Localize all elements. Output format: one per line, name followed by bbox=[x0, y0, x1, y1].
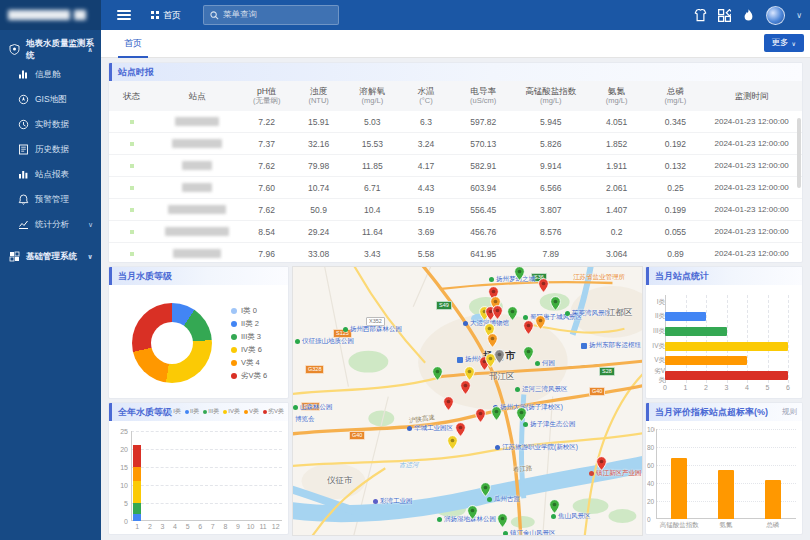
exceed-rate-card: 当月评价指标站点超标率(%) 规则 020406080100高锰酸盐指数氨氮总磷 bbox=[645, 402, 803, 535]
value-cell: 79.98 bbox=[293, 161, 345, 171]
legend-item[interactable]: III类 bbox=[203, 407, 219, 416]
station-name-cell bbox=[154, 139, 241, 148]
month-level-card: 当月水质等级 I类 0II类 2III类 3IV类 6V类 4劣V类 6 bbox=[108, 266, 289, 399]
category-label: I类 bbox=[648, 298, 665, 307]
map-marker-pin[interactable] bbox=[494, 349, 505, 364]
hamburger-menu-icon[interactable] bbox=[117, 10, 131, 20]
road-shield-G328: G328 bbox=[305, 365, 324, 374]
value-cell: 6.3 bbox=[400, 117, 452, 127]
time-cell: 2024-01-23 12:00:00 bbox=[705, 139, 799, 148]
map-marker-pin[interactable] bbox=[538, 278, 549, 293]
table-row[interactable]: 7.6279.9811.854.17582.919.9141.9110.1322… bbox=[109, 155, 802, 177]
map-marker-pin[interactable] bbox=[523, 320, 534, 335]
map-marker-pin[interactable] bbox=[480, 482, 491, 497]
sidebar-group-label: 基础管理系统 bbox=[26, 251, 77, 263]
section-header: 站点时报 bbox=[109, 63, 802, 81]
sidebar-item-GIS地图[interactable]: GIS地图 bbox=[0, 87, 101, 112]
legend-item[interactable]: III类 3 bbox=[231, 330, 267, 343]
gridline bbox=[131, 503, 282, 504]
table-row[interactable]: 7.9633.083.435.58641.957.893.0640.892024… bbox=[109, 243, 802, 263]
value-cell: 0.192 bbox=[646, 139, 705, 149]
map-marker-pin[interactable] bbox=[467, 505, 478, 520]
legend-item[interactable]: IV类 bbox=[223, 407, 240, 416]
map-marker-pin[interactable] bbox=[464, 366, 475, 381]
map-marker-pin[interactable] bbox=[487, 333, 498, 348]
sidebar-item-实时数据[interactable]: 实时数据 bbox=[0, 112, 101, 137]
legend-swatch bbox=[231, 321, 237, 327]
sidebar-item-历史数据[interactable]: 历史数据 bbox=[0, 137, 101, 162]
station-name-cell bbox=[154, 205, 241, 214]
legend-item[interactable]: IV类 6 bbox=[231, 343, 267, 356]
station-name-cell bbox=[154, 117, 241, 126]
bar-总磷 bbox=[765, 480, 781, 519]
gis-map[interactable]: S49X352S125G328S353G40G40S28S36扬州梦幻之城江苏省… bbox=[292, 266, 643, 536]
map-marker-pin[interactable] bbox=[491, 406, 502, 421]
x-axis-tick: 1 bbox=[135, 523, 139, 530]
user-avatar[interactable] bbox=[766, 6, 785, 25]
flame-icon[interactable] bbox=[742, 9, 755, 22]
y-axis-tick: 0 bbox=[647, 516, 655, 523]
map-label-扬州西部森林公园: 扬州西部森林公园 bbox=[343, 325, 402, 334]
layout-icon[interactable] bbox=[718, 9, 731, 22]
map-marker-pin[interactable] bbox=[475, 408, 486, 423]
map-marker-pin[interactable] bbox=[460, 380, 471, 395]
legend-item[interactable]: 劣V类 6 bbox=[231, 369, 267, 382]
legend-item[interactable]: 劣V类 bbox=[263, 407, 284, 416]
tab-home[interactable]: 首页 bbox=[118, 30, 148, 58]
map-marker-pin[interactable] bbox=[549, 499, 560, 514]
map-marker-pin[interactable] bbox=[432, 366, 443, 381]
map-marker-pin[interactable] bbox=[523, 346, 534, 361]
map-marker-pin[interactable] bbox=[514, 266, 525, 281]
breadcrumb-home[interactable]: 首页 bbox=[151, 9, 181, 22]
legend-item[interactable]: II类 2 bbox=[231, 317, 267, 330]
table-scrollbar[interactable] bbox=[797, 118, 801, 188]
rules-link[interactable]: 规则 bbox=[782, 407, 797, 417]
sidebar-item-信息舱[interactable]: 信息舱 bbox=[0, 62, 101, 87]
section-title: 当月站点统计 bbox=[655, 270, 709, 283]
map-marker-pin[interactable] bbox=[516, 407, 527, 422]
map-marker-pin[interactable] bbox=[447, 435, 458, 450]
menu-search-input[interactable]: 菜单查询 bbox=[203, 5, 339, 25]
road-shield-S49: S49 bbox=[436, 301, 452, 310]
sidebar-item-预警管理[interactable]: 预警管理 bbox=[0, 187, 101, 212]
sidebar-group-base-system[interactable]: 基础管理系统∨ bbox=[0, 244, 101, 269]
theme-shirt-icon[interactable] bbox=[694, 9, 707, 22]
table-row[interactable]: 7.6250.910.45.19556.453.8071.4070.199202… bbox=[109, 199, 802, 221]
map-marker-pin[interactable] bbox=[535, 315, 546, 330]
map-marker-pin[interactable] bbox=[443, 396, 454, 411]
value-cell: 1.852 bbox=[587, 139, 646, 149]
sidebar-item-站点报表[interactable]: 站点报表 bbox=[0, 162, 101, 187]
map-marker-pin[interactable] bbox=[596, 456, 607, 471]
legend-item[interactable]: V类 4 bbox=[231, 356, 267, 369]
map-marker-pin[interactable] bbox=[492, 305, 503, 320]
map-marker-pin[interactable] bbox=[507, 306, 518, 321]
y-axis-line bbox=[131, 431, 132, 521]
map-label-text: 焦山风景区 bbox=[558, 512, 591, 521]
x-axis-label: 高锰酸盐指数 bbox=[660, 521, 699, 530]
legend-item[interactable]: I类 0 bbox=[231, 304, 267, 317]
y-axis-tick: 20 bbox=[647, 498, 655, 505]
table-row[interactable]: 8.5429.2411.643.69456.768.5760.20.055202… bbox=[109, 221, 802, 243]
sidebar-item-统计分析[interactable]: 统计分析∨ bbox=[0, 212, 101, 237]
legend-item[interactable]: II类 bbox=[185, 407, 199, 416]
bar-V类 bbox=[665, 356, 747, 365]
more-button[interactable]: 更多 ∨ bbox=[764, 34, 804, 52]
legend-item[interactable]: I类 bbox=[168, 407, 181, 416]
table-row[interactable]: 7.3732.1615.533.24570.135.8261.8520.1922… bbox=[109, 133, 802, 155]
legend-item[interactable]: V类 bbox=[244, 407, 259, 416]
user-menu-chevron-down-icon[interactable]: ∨ bbox=[796, 11, 802, 20]
map-label-茱萸湾风景区: 茱萸湾风景区 bbox=[565, 309, 611, 318]
value-cell: 7.60 bbox=[241, 183, 293, 193]
table-row[interactable]: 7.6010.746.714.43603.946.5662.0610.25202… bbox=[109, 177, 802, 199]
value-cell: 3.807 bbox=[514, 205, 587, 215]
map-marker-pin[interactable] bbox=[497, 513, 508, 528]
sidebar-group-water-system[interactable]: 地表水质量监测系统∧ bbox=[0, 37, 101, 62]
home-grid-icon bbox=[151, 11, 159, 19]
legend-swatch bbox=[263, 410, 267, 414]
map-marker-pin[interactable] bbox=[550, 296, 561, 311]
table-row[interactable]: 7.2215.915.036.3597.825.9454.0510.345202… bbox=[109, 111, 802, 133]
column-name: 氨氮 bbox=[608, 86, 625, 96]
app-window: 地表水质量监测系统∧信息舱GIS地图实时数据历史数据站点报表预警管理统计分析∨基… bbox=[0, 0, 810, 540]
column-name: 水温 bbox=[418, 86, 435, 96]
section-header: 全年水质等级 I类II类III类IV类V类劣V类 bbox=[109, 403, 288, 421]
